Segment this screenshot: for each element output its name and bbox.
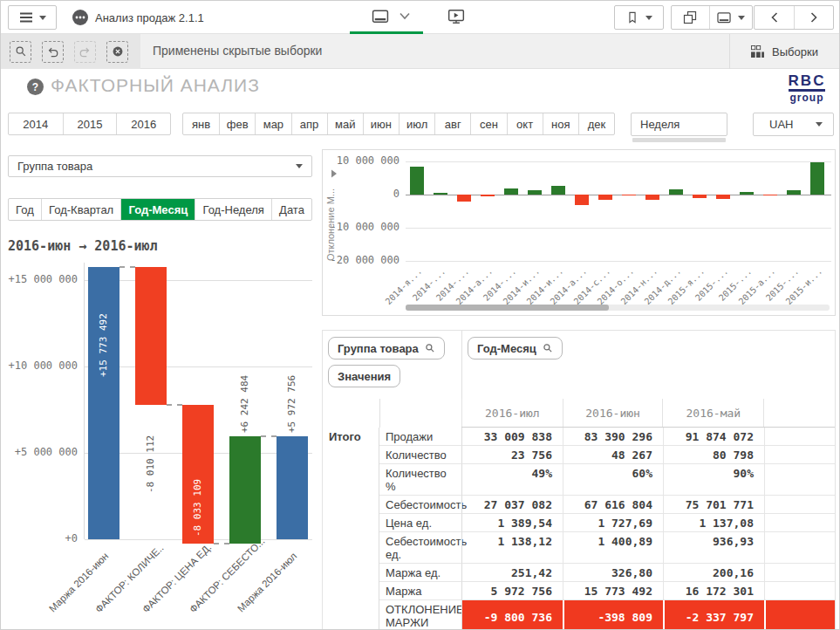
- month-button[interactable]: июл: [399, 113, 434, 134]
- pivot-cell[interactable]: 326,80: [563, 564, 663, 582]
- pivot-row-label[interactable]: Маржа: [379, 582, 461, 600]
- pivot-cell[interactable]: 48 267: [563, 446, 663, 464]
- pivot-cell[interactable]: 936,93: [663, 532, 764, 564]
- pivot-cell[interactable]: 1 400,89: [563, 532, 663, 564]
- waterfall-bar[interactable]: [229, 436, 261, 544]
- deviation-bar[interactable]: [528, 190, 542, 195]
- pivot-cell[interactable]: [764, 464, 836, 496]
- story-view-button[interactable]: [447, 9, 465, 24]
- pivot-row-label[interactable]: Количество %: [379, 464, 461, 496]
- selections-panel-button[interactable]: Выборки: [729, 34, 839, 69]
- pivot-cell[interactable]: 75 701 771: [663, 496, 764, 514]
- deviation-bar[interactable]: [504, 188, 518, 195]
- pivot-cell[interactable]: [764, 428, 836, 446]
- pivot-row-label[interactable]: Продажи: [379, 428, 461, 446]
- period-tab[interactable]: Год-Квартал: [41, 199, 120, 220]
- period-tab[interactable]: Год-Неделя: [195, 199, 271, 220]
- redo-selection-button[interactable]: [74, 41, 96, 63]
- deviation-bar[interactable]: [622, 195, 636, 195]
- pivot-cell[interactable]: [764, 582, 836, 600]
- expand-arrow-icon[interactable]: [331, 169, 338, 178]
- month-button[interactable]: июн: [363, 113, 399, 134]
- pivot-measures-button[interactable]: Значения: [328, 365, 400, 387]
- undo-selection-button[interactable]: [42, 41, 64, 63]
- month-button[interactable]: ноя: [543, 113, 578, 134]
- period-tab[interactable]: Год-Месяц: [120, 199, 195, 220]
- pivot-cell[interactable]: 23 756: [461, 446, 563, 464]
- sheet-overview-button[interactable]: [672, 6, 709, 29]
- month-button[interactable]: дек: [578, 113, 614, 134]
- month-button[interactable]: авг: [434, 113, 470, 134]
- help-icon[interactable]: ?: [27, 79, 44, 95]
- year-button[interactable]: 2015: [63, 113, 117, 134]
- pivot-cell[interactable]: [764, 514, 836, 532]
- pivot-cell[interactable]: [764, 496, 836, 514]
- deviation-bar[interactable]: [410, 167, 424, 195]
- bookmarks-button[interactable]: [614, 5, 664, 30]
- pivot-cell[interactable]: 67 616 804: [563, 496, 663, 514]
- pivot-column-header[interactable]: 2016-май: [662, 399, 763, 427]
- month-button[interactable]: сен: [470, 113, 506, 134]
- week-filter[interactable]: Неделя: [631, 113, 727, 136]
- deviation-bar[interactable]: [787, 190, 801, 195]
- pivot-cell[interactable]: [764, 564, 836, 582]
- period-tab[interactable]: Год: [9, 199, 41, 220]
- deviation-scrollbar[interactable]: [406, 305, 830, 311]
- pivot-cell[interactable]: 33 009 838: [461, 428, 563, 446]
- pivot-row-label[interactable]: Себестоимость ед.: [379, 532, 461, 564]
- deviation-bar[interactable]: [434, 193, 447, 195]
- pivot-cell[interactable]: 27 037 082: [461, 496, 563, 514]
- pivot-cell[interactable]: [764, 446, 836, 464]
- month-button[interactable]: май: [327, 113, 363, 134]
- app-thumbnail-icon[interactable]: [72, 10, 88, 25]
- pivot-cell[interactable]: 5 972 756: [461, 582, 563, 600]
- pivot-row-label[interactable]: Цена ед.: [379, 514, 461, 532]
- pivot-cell[interactable]: 60%: [563, 464, 663, 496]
- year-button[interactable]: 2014: [9, 113, 63, 134]
- deviation-bar[interactable]: [810, 162, 824, 195]
- waterfall-bar[interactable]: [277, 436, 308, 539]
- pivot-column-header[interactable]: 2016-июл: [461, 399, 563, 427]
- pivot-cell[interactable]: 91 874 072: [663, 428, 764, 446]
- pivot-cell[interactable]: 1 137,08: [663, 514, 764, 532]
- pivot-cell[interactable]: 200,16: [663, 564, 764, 582]
- deviation-bar[interactable]: [551, 186, 565, 195]
- deviation-bar[interactable]: [645, 195, 659, 200]
- month-button[interactable]: окт: [507, 113, 543, 134]
- deviation-bar[interactable]: [481, 195, 495, 196]
- pivot-row-label[interactable]: Маржа ед.: [379, 564, 461, 582]
- month-button[interactable]: фев: [219, 113, 255, 134]
- sheet-view-button[interactable]: [371, 9, 390, 24]
- pivot-cell[interactable]: 90%: [663, 464, 764, 496]
- pivot-row-label[interactable]: ОТКЛОНЕНИЕ МАРЖИ: [379, 600, 461, 630]
- pivot-column-header[interactable]: 2016-июн: [563, 399, 663, 427]
- pivot-cell[interactable]: 83 390 296: [563, 428, 663, 446]
- product-group-dropdown[interactable]: Группа товара: [8, 155, 312, 177]
- smart-search-button[interactable]: [10, 41, 31, 63]
- deviation-bar[interactable]: [716, 195, 730, 199]
- pivot-row-label[interactable]: Себестоимость: [379, 496, 461, 514]
- pivot-cell[interactable]: 251,42: [461, 564, 563, 582]
- current-sheet-button[interactable]: [709, 6, 752, 29]
- month-button[interactable]: апр: [291, 113, 327, 134]
- pivot-cell[interactable]: 49%: [461, 464, 563, 496]
- pivot-cell[interactable]: -398 809: [563, 600, 663, 630]
- pivot-row-label[interactable]: Количество: [379, 446, 461, 464]
- period-tab[interactable]: Дата: [271, 199, 311, 220]
- next-sheet-button[interactable]: [794, 6, 833, 29]
- pivot-cell[interactable]: 1 389,54: [461, 514, 563, 532]
- deviation-bar[interactable]: [763, 195, 777, 195]
- deviation-bar[interactable]: [740, 192, 754, 195]
- pivot-column-header[interactable]: [763, 399, 835, 427]
- pivot-column-button[interactable]: Год-Месяц: [468, 337, 563, 360]
- sheet-chevron-down-icon[interactable]: [399, 12, 411, 20]
- deviation-scrollbar-thumb[interactable]: [406, 305, 609, 311]
- prev-sheet-button[interactable]: [755, 6, 794, 29]
- deviation-bar[interactable]: [457, 195, 471, 202]
- year-button[interactable]: 2016: [116, 113, 170, 134]
- pivot-cell[interactable]: 1 727,69: [563, 514, 663, 532]
- pivot-cell[interactable]: 80 798: [663, 446, 764, 464]
- pivot-cell[interactable]: 16 172 301: [663, 582, 764, 600]
- pivot-cell[interactable]: -2 337 797: [663, 600, 764, 630]
- deviation-bar[interactable]: [598, 195, 612, 200]
